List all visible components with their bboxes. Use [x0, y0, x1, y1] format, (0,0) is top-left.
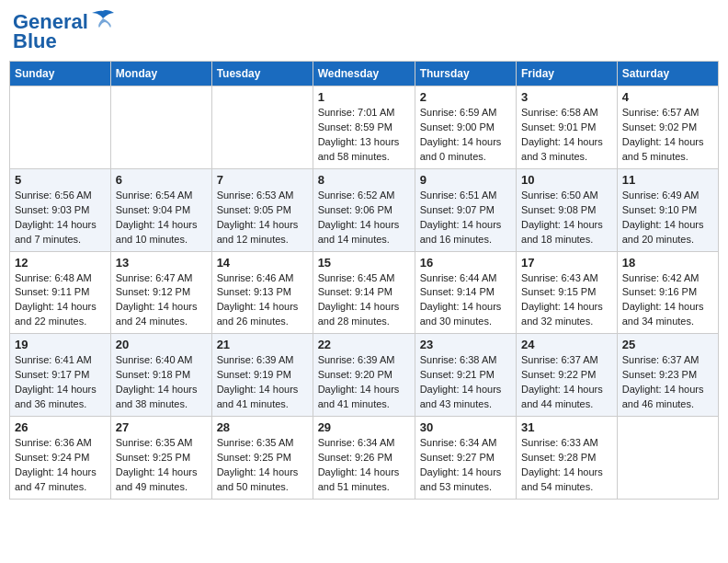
calendar-cell: 1Sunrise: 7:01 AM Sunset: 8:59 PM Daylig…: [313, 86, 415, 169]
day-info: Sunrise: 6:50 AM Sunset: 9:08 PM Dayligh…: [521, 189, 612, 247]
day-info: Sunrise: 6:46 AM Sunset: 9:13 PM Dayligh…: [217, 271, 308, 330]
calendar-cell: 12Sunrise: 6:48 AM Sunset: 9:11 PM Dayli…: [10, 251, 111, 334]
day-info: Sunrise: 6:42 AM Sunset: 9:16 PM Dayligh…: [622, 271, 713, 330]
weekday-header-sunday: Sunday: [10, 62, 111, 86]
calendar-table: SundayMondayTuesdayWednesdayThursdayFrid…: [9, 61, 719, 500]
day-info: Sunrise: 6:43 AM Sunset: 9:15 PM Dayligh…: [521, 271, 612, 330]
calendar-week-row: 12Sunrise: 6:48 AM Sunset: 9:11 PM Dayli…: [10, 251, 719, 334]
day-number: 4: [622, 90, 713, 104]
day-number: 27: [116, 420, 207, 434]
day-number: 1: [318, 90, 410, 104]
calendar-cell: 19Sunrise: 6:41 AM Sunset: 9:17 PM Dayli…: [10, 334, 111, 417]
day-info: Sunrise: 6:59 AM Sunset: 9:00 PM Dayligh…: [420, 106, 511, 165]
day-info: Sunrise: 6:34 AM Sunset: 9:27 PM Dayligh…: [420, 436, 511, 495]
day-info: Sunrise: 6:49 AM Sunset: 9:10 PM Dayligh…: [622, 189, 713, 247]
day-number: 18: [622, 256, 713, 270]
logo-blue: Blue: [13, 29, 57, 53]
calendar-cell: 15Sunrise: 6:45 AM Sunset: 9:14 PM Dayli…: [313, 251, 415, 334]
calendar-cell: 7Sunrise: 6:53 AM Sunset: 9:05 PM Daylig…: [211, 168, 313, 251]
calendar-cell: 14Sunrise: 6:46 AM Sunset: 9:13 PM Dayli…: [211, 251, 313, 334]
weekday-header-saturday: Saturday: [617, 62, 718, 86]
day-number: 13: [116, 256, 207, 270]
calendar-body: 1Sunrise: 7:01 AM Sunset: 8:59 PM Daylig…: [10, 86, 719, 500]
page-header: General Blue: [9, 9, 719, 53]
calendar-cell: 31Sunrise: 6:33 AM Sunset: 9:28 PM Dayli…: [517, 417, 618, 500]
day-number: 21: [217, 338, 308, 351]
day-number: 11: [622, 173, 713, 187]
calendar-cell: 8Sunrise: 6:52 AM Sunset: 9:06 PM Daylig…: [313, 168, 415, 251]
day-number: 15: [318, 256, 410, 270]
day-info: Sunrise: 6:54 AM Sunset: 9:04 PM Dayligh…: [116, 189, 207, 247]
day-number: 17: [521, 256, 612, 270]
day-number: 5: [15, 173, 106, 187]
day-info: Sunrise: 6:35 AM Sunset: 9:25 PM Dayligh…: [217, 436, 308, 495]
calendar-cell: [617, 417, 718, 500]
calendar-cell: [110, 86, 211, 169]
calendar-cell: 22Sunrise: 6:39 AM Sunset: 9:20 PM Dayli…: [313, 334, 415, 417]
day-number: 3: [521, 90, 612, 104]
day-number: 12: [15, 256, 106, 270]
calendar-cell: 28Sunrise: 6:35 AM Sunset: 9:25 PM Dayli…: [211, 417, 313, 500]
day-info: Sunrise: 6:48 AM Sunset: 9:11 PM Dayligh…: [15, 271, 106, 330]
day-number: 29: [318, 420, 410, 434]
day-info: Sunrise: 6:47 AM Sunset: 9:12 PM Dayligh…: [116, 271, 207, 330]
day-info: Sunrise: 6:37 AM Sunset: 9:23 PM Dayligh…: [622, 353, 713, 412]
day-number: 14: [217, 256, 308, 270]
calendar-cell: 24Sunrise: 6:37 AM Sunset: 9:22 PM Dayli…: [517, 334, 618, 417]
day-info: Sunrise: 6:33 AM Sunset: 9:28 PM Dayligh…: [521, 436, 612, 495]
calendar-cell: 11Sunrise: 6:49 AM Sunset: 9:10 PM Dayli…: [617, 168, 718, 251]
day-number: 31: [521, 420, 612, 434]
day-info: Sunrise: 6:56 AM Sunset: 9:03 PM Dayligh…: [15, 189, 106, 247]
day-number: 30: [420, 420, 511, 434]
day-number: 6: [116, 173, 207, 187]
day-info: Sunrise: 6:39 AM Sunset: 9:20 PM Dayligh…: [318, 353, 410, 412]
calendar-week-row: 26Sunrise: 6:36 AM Sunset: 9:24 PM Dayli…: [10, 417, 719, 500]
day-number: 16: [420, 256, 511, 270]
day-info: Sunrise: 6:57 AM Sunset: 9:02 PM Dayligh…: [622, 106, 713, 165]
logo-bird-icon: [90, 9, 116, 35]
calendar-week-row: 1Sunrise: 7:01 AM Sunset: 8:59 PM Daylig…: [10, 86, 719, 169]
calendar-cell: 5Sunrise: 6:56 AM Sunset: 9:03 PM Daylig…: [10, 168, 111, 251]
day-number: 2: [420, 90, 511, 104]
calendar-cell: 21Sunrise: 6:39 AM Sunset: 9:19 PM Dayli…: [211, 334, 313, 417]
calendar-cell: 23Sunrise: 6:38 AM Sunset: 9:21 PM Dayli…: [415, 334, 516, 417]
calendar-cell: 10Sunrise: 6:50 AM Sunset: 9:08 PM Dayli…: [517, 168, 618, 251]
weekday-header-monday: Monday: [110, 62, 211, 86]
calendar-cell: [211, 86, 313, 169]
weekday-header-tuesday: Tuesday: [211, 62, 313, 86]
calendar-cell: 20Sunrise: 6:40 AM Sunset: 9:18 PM Dayli…: [110, 334, 211, 417]
day-number: 22: [318, 338, 410, 351]
day-info: Sunrise: 6:53 AM Sunset: 9:05 PM Dayligh…: [217, 189, 308, 247]
calendar-cell: 13Sunrise: 6:47 AM Sunset: 9:12 PM Dayli…: [110, 251, 211, 334]
day-number: 19: [15, 338, 106, 351]
day-info: Sunrise: 6:45 AM Sunset: 9:14 PM Dayligh…: [318, 271, 410, 330]
day-info: Sunrise: 6:58 AM Sunset: 9:01 PM Dayligh…: [521, 106, 612, 165]
calendar-cell: 27Sunrise: 6:35 AM Sunset: 9:25 PM Dayli…: [110, 417, 211, 500]
calendar-cell: 26Sunrise: 6:36 AM Sunset: 9:24 PM Dayli…: [10, 417, 111, 500]
calendar-cell: 16Sunrise: 6:44 AM Sunset: 9:14 PM Dayli…: [415, 251, 516, 334]
calendar-cell: 18Sunrise: 6:42 AM Sunset: 9:16 PM Dayli…: [617, 251, 718, 334]
day-number: 23: [420, 338, 511, 351]
day-info: Sunrise: 6:35 AM Sunset: 9:25 PM Dayligh…: [116, 436, 207, 495]
calendar-cell: 6Sunrise: 6:54 AM Sunset: 9:04 PM Daylig…: [110, 168, 211, 251]
day-number: 26: [15, 420, 106, 434]
day-info: Sunrise: 7:01 AM Sunset: 8:59 PM Dayligh…: [318, 106, 410, 165]
day-number: 10: [521, 173, 612, 187]
day-info: Sunrise: 6:36 AM Sunset: 9:24 PM Dayligh…: [15, 436, 106, 495]
calendar-header-row: SundayMondayTuesdayWednesdayThursdayFrid…: [10, 62, 719, 86]
calendar-cell: [10, 86, 111, 169]
calendar-week-row: 19Sunrise: 6:41 AM Sunset: 9:17 PM Dayli…: [10, 334, 719, 417]
day-number: 25: [622, 338, 713, 351]
calendar-week-row: 5Sunrise: 6:56 AM Sunset: 9:03 PM Daylig…: [10, 168, 719, 251]
day-info: Sunrise: 6:38 AM Sunset: 9:21 PM Dayligh…: [420, 353, 511, 412]
day-number: 8: [318, 173, 410, 187]
calendar-cell: 29Sunrise: 6:34 AM Sunset: 9:26 PM Dayli…: [313, 417, 415, 500]
day-number: 9: [420, 173, 511, 187]
calendar-cell: 3Sunrise: 6:58 AM Sunset: 9:01 PM Daylig…: [517, 86, 618, 169]
day-number: 28: [217, 420, 308, 434]
day-info: Sunrise: 6:40 AM Sunset: 9:18 PM Dayligh…: [116, 353, 207, 412]
day-info: Sunrise: 6:51 AM Sunset: 9:07 PM Dayligh…: [420, 189, 511, 247]
logo: General Blue: [13, 9, 116, 53]
calendar-cell: 4Sunrise: 6:57 AM Sunset: 9:02 PM Daylig…: [617, 86, 718, 169]
day-info: Sunrise: 6:44 AM Sunset: 9:14 PM Dayligh…: [420, 271, 511, 330]
